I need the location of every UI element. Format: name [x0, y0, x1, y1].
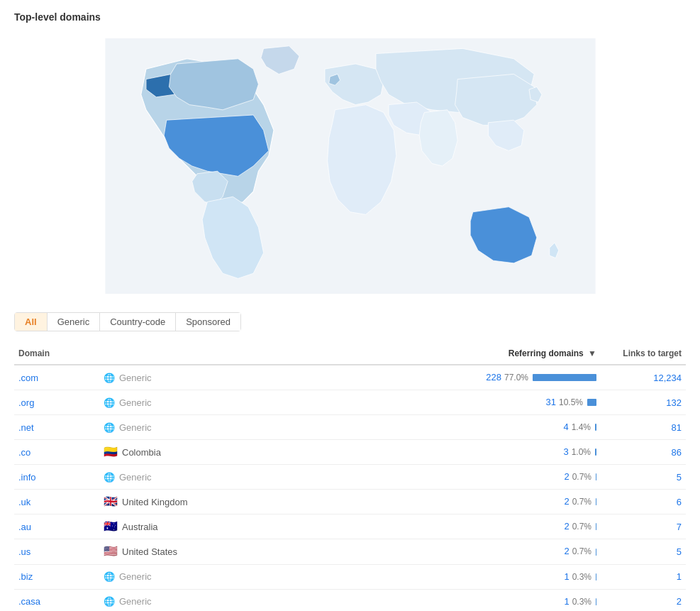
type-cell: 🇨🇴Colombia	[99, 440, 241, 465]
type-cell: 🌐Generic	[99, 390, 241, 415]
ref-pct: 10.5%	[559, 397, 583, 407]
table-row: .co🇨🇴Colombia31.0%86	[14, 440, 686, 465]
ref-pct: 0.7%	[572, 546, 591, 556]
links-cell: 2	[601, 589, 686, 611]
table-row: .casa🌐Generic10.3%2	[14, 589, 686, 611]
table-row: .net🌐Generic41.4%81	[14, 415, 686, 440]
type-cell: 🇦🇺Australia	[99, 514, 241, 539]
referring-cell: 20.7%	[459, 465, 601, 490]
table-row: .au🇦🇺Australia20.7%7	[14, 514, 686, 539]
links-cell: 1	[601, 564, 686, 589]
ref-count: 2	[564, 521, 569, 532]
flag-icon: 🇬🇧	[104, 496, 118, 507]
links-cell: 12,234	[601, 365, 686, 390]
type-label: Generic	[119, 596, 152, 607]
table-row: .uk🇬🇧United Kingdom20.7%6	[14, 490, 686, 514]
filter-tabs: All Generic Country-code Sponsored	[14, 312, 241, 331]
type-cell: 🌐Generic	[99, 415, 241, 440]
links-cell: 5	[601, 539, 686, 564]
domain-link[interactable]: .biz	[18, 571, 33, 582]
type-label: United States	[122, 546, 177, 557]
bar-chart	[596, 522, 596, 532]
tab-sponsored[interactable]: Sponsored	[176, 313, 240, 331]
referring-cell: 31.0%	[459, 440, 601, 465]
domain-link[interactable]: .com	[18, 373, 38, 383]
table-row: .com🌐Generic22877.0%12,234	[14, 365, 686, 390]
bar-chart	[533, 373, 596, 383]
type-label: Australia	[122, 522, 158, 532]
globe-icon: 🌐	[104, 372, 115, 383]
domain-link[interactable]: .org	[18, 397, 34, 408]
bar-chart	[587, 397, 596, 408]
globe-icon: 🌐	[104, 422, 115, 433]
col-referring[interactable]: Referring domains ▼	[459, 343, 601, 365]
type-label: Generic	[119, 373, 152, 383]
type-label: Generic	[119, 422, 152, 433]
ref-pct: 1.4%	[572, 422, 591, 432]
referring-cell: 20.7%	[459, 490, 601, 514]
type-label: Generic	[119, 571, 152, 582]
type-label: Colombia	[122, 447, 161, 458]
bar-chart	[596, 547, 596, 558]
links-cell: 81	[601, 415, 686, 440]
ref-count: 31	[546, 397, 556, 407]
col-links: Links to target	[601, 343, 686, 365]
world-map	[14, 31, 686, 301]
ref-count: 228	[486, 372, 501, 382]
domain-link[interactable]: .us	[18, 546, 30, 557]
ref-count: 2	[564, 546, 569, 556]
ref-pct: 0.7%	[572, 497, 591, 507]
bar-chart	[596, 472, 596, 483]
domain-link[interactable]: .uk	[18, 497, 30, 507]
tab-country-code[interactable]: Country-code	[100, 313, 176, 331]
type-cell: 🌐Generic	[99, 465, 241, 490]
globe-icon: 🌐	[104, 397, 115, 408]
sort-arrow-icon: ▼	[588, 348, 596, 358]
domain-link[interactable]: .au	[18, 522, 31, 532]
ref-count: 4	[563, 422, 568, 432]
type-label: Generic	[119, 397, 152, 408]
ref-pct: 0.7%	[572, 472, 591, 482]
links-cell: 6	[601, 490, 686, 514]
bar-chart	[596, 497, 596, 507]
ref-count: 2	[564, 471, 569, 482]
col-space	[241, 343, 459, 365]
type-cell: 🇬🇧United Kingdom	[99, 490, 241, 514]
referring-cell: 10.3%	[459, 589, 601, 611]
tab-generic[interactable]: Generic	[48, 313, 101, 331]
ref-pct: 1.0%	[572, 447, 591, 457]
bar-chart	[596, 572, 596, 583]
table-header-row: Domain Referring domains ▼ Links to targ…	[14, 343, 686, 365]
table-row: .us🇺🇸United States20.7%5	[14, 539, 686, 564]
type-cell: 🌐Generic	[99, 589, 241, 611]
bar-chart	[596, 597, 596, 607]
ref-pct: 0.3%	[572, 572, 591, 582]
ref-count: 3	[563, 446, 568, 457]
type-cell: 🇺🇸United States	[99, 539, 241, 564]
type-label: Generic	[119, 472, 152, 483]
ref-count: 1	[564, 571, 569, 582]
domain-link[interactable]: .co	[18, 447, 30, 458]
bar-chart	[595, 422, 596, 433]
globe-icon: 🌐	[104, 571, 115, 583]
domains-table: Domain Referring domains ▼ Links to targ…	[14, 343, 686, 611]
links-cell: 5	[601, 465, 686, 490]
ref-pct: 0.3%	[572, 597, 591, 607]
col-domain: Domain	[14, 343, 99, 365]
type-label: United Kingdom	[122, 497, 188, 507]
flag-icon: 🇦🇺	[104, 521, 118, 532]
globe-icon: 🌐	[104, 596, 115, 607]
table-row: .org🌐Generic3110.5%132	[14, 390, 686, 415]
referring-cell: 3110.5%	[459, 390, 601, 415]
links-cell: 132	[601, 390, 686, 415]
ref-pct: 0.7%	[572, 522, 591, 532]
domain-link[interactable]: .net	[18, 422, 34, 433]
referring-cell: 20.7%	[459, 539, 601, 564]
domain-link[interactable]: .info	[18, 472, 36, 483]
tab-all[interactable]: All	[15, 313, 48, 331]
page-title: Top-level domains	[14, 11, 686, 23]
referring-cell: 20.7%	[459, 514, 601, 539]
referring-cell: 22877.0%	[459, 365, 601, 390]
domain-link[interactable]: .casa	[18, 596, 40, 607]
ref-count: 2	[564, 496, 569, 507]
